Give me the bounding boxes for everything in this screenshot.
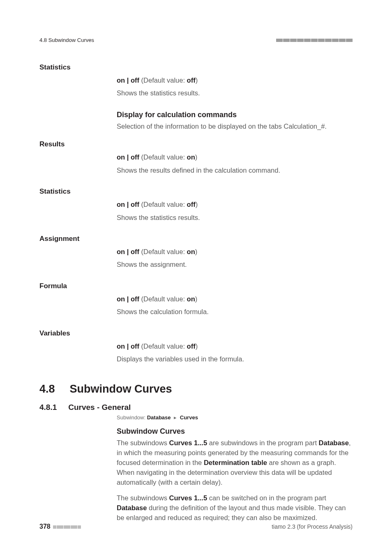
section-name: Subwindow Curves <box>70 383 172 395</box>
def-desc: Shows the statistics results. <box>117 213 353 222</box>
page-number: 378 <box>39 523 51 530</box>
page-footer: 378 tiamo 2.3 (for Process Analysis) <box>39 523 353 530</box>
def-variables: Variables on | off (Default value: off) … <box>39 329 353 364</box>
def-onoff-line: on | off (Default value: off) <box>117 200 353 209</box>
def-onoff-line: on | off (Default value: on) <box>117 247 353 257</box>
curves-para-1: The subwindows Curves 1...5 are subwindo… <box>117 438 353 488</box>
def-label: Variables <box>39 329 353 338</box>
subsection-number: 4.8.1 <box>39 403 57 412</box>
display-calc-desc: Selection of the information to be displ… <box>117 122 353 131</box>
def-onoff-line: on | off (Default value: off) <box>117 76 353 85</box>
breadcrumb: Subwindow: Database ▸ Curves <box>117 414 353 421</box>
footer-product: tiamo 2.3 (for Process Analysis) <box>272 523 353 530</box>
def-label: Statistics <box>39 63 353 72</box>
footer-ornament <box>53 523 81 530</box>
def-formula: Formula on | off (Default value: on) Sho… <box>39 282 353 317</box>
def-onoff-line: on | off (Default value: on) <box>117 153 353 162</box>
def-assignment: Assignment on | off (Default value: on) … <box>39 235 353 270</box>
subwindow-curves-heading: Subwindow Curves <box>117 427 353 436</box>
def-desc: Shows the results defined in the calcula… <box>117 166 353 175</box>
def-label: Formula <box>39 282 353 290</box>
def-label: Results <box>39 140 353 148</box>
def-desc: Shows the statistics results. <box>117 88 353 98</box>
section-4-8-title: 4.8 Subwindow Curves <box>39 383 353 395</box>
chevron-right-icon: ▸ <box>174 414 177 421</box>
header-section: 4.8 Subwindow Curves <box>39 37 94 43</box>
running-header: 4.8 Subwindow Curves <box>39 36 353 44</box>
def-label: Statistics <box>39 187 353 196</box>
display-calc-heading: Display for calculation commands <box>117 111 353 119</box>
def-desc: Displays the variables used in the formu… <box>117 354 353 364</box>
def-desc: Shows the assignment. <box>117 260 353 269</box>
def-statistics-2: Statistics on | off (Default value: off)… <box>39 187 353 222</box>
def-desc: Shows the calculation formula. <box>117 307 353 317</box>
subsection-4-8-1-title: 4.8.1 Curves - General <box>39 403 353 412</box>
def-onoff-line: on | off (Default value: on) <box>117 294 353 304</box>
def-onoff-line: on | off (Default value: off) <box>117 342 353 351</box>
header-ornament <box>276 36 353 44</box>
def-statistics-1: Statistics on | off (Default value: off)… <box>39 63 353 98</box>
subsection-name: Curves - General <box>68 403 131 412</box>
def-label: Assignment <box>39 235 353 243</box>
curves-para-2: The subwindows Curves 1...5 can be switc… <box>117 493 353 523</box>
section-number: 4.8 <box>39 383 55 395</box>
def-results: Results on | off (Default value: on) Sho… <box>39 140 353 175</box>
